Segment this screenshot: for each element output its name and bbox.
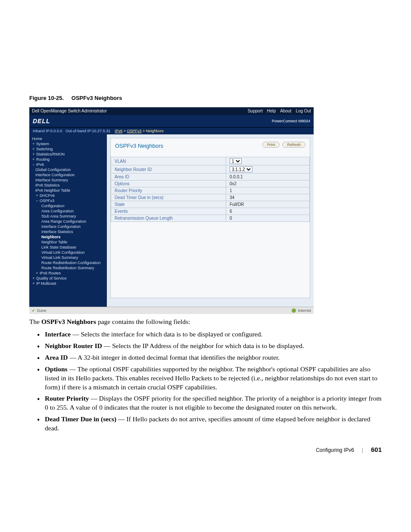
sidebar-item[interactable]: OSPFv3 (29, 198, 107, 203)
crumb-ospf[interactable]: OSPFv3 (127, 129, 141, 133)
sidebar-item[interactable]: DHCPv6 (29, 193, 107, 198)
sidebar-item[interactable]: Interface Summary (29, 177, 107, 183)
field-item: Neighbor Router ID — Selects the IP Addr… (45, 342, 382, 351)
breadcrumb: IPv6 > OSPFv3 > Neighbors (115, 129, 164, 133)
sidebar-item[interactable]: Neighbors (29, 234, 107, 240)
row-value: 0 (226, 215, 310, 222)
row-label: Dead Timer Due in (secs) (111, 194, 226, 201)
row-value: 0x2 (226, 180, 310, 187)
field-name: Interface (45, 330, 71, 338)
link-help[interactable]: Help (267, 107, 276, 115)
sidebar-item[interactable]: IP Multicast (29, 281, 107, 286)
row-value: 0.0.0.1 (226, 174, 310, 180)
row-value[interactable]: 1 (226, 157, 310, 165)
sidebar-item[interactable]: Interface Statistics (29, 229, 107, 234)
row-value: Full/DR (226, 201, 310, 208)
breadcrumb-bar: Inband IP:0.0.0.0 Out-of-band IP:10.27.5… (29, 128, 314, 134)
sidebar[interactable]: HomeSystemSwitchingStatistics/RMONRoutin… (29, 134, 107, 307)
row-value: 34 (226, 194, 310, 201)
sidebar-item[interactable]: Routing (29, 157, 107, 162)
sidebar-item[interactable]: Stub Area Summary (29, 214, 107, 219)
row-select[interactable]: 1 (230, 158, 242, 164)
row-label: State (111, 201, 226, 208)
row-label: Events (111, 208, 226, 215)
sidebar-item[interactable]: Global Configuration (29, 167, 107, 172)
field-item: Router Priority — Displays the OSPF prio… (45, 394, 382, 412)
link-about[interactable]: About (280, 107, 291, 115)
sidebar-item[interactable]: Configuration (29, 203, 107, 208)
crumb-ipv6[interactable]: IPv6 (115, 129, 122, 133)
sidebar-item[interactable]: IPv6 Neighbor Table (29, 188, 107, 193)
sidebar-item[interactable]: Route Redistribution Configuration (29, 260, 107, 265)
field-name: Router Priority (45, 395, 89, 402)
field-list: Interface — Selects the interface for wh… (45, 330, 382, 433)
sidebar-item[interactable]: System (29, 141, 107, 146)
sidebar-item[interactable]: Quality of Service (29, 276, 107, 281)
sidebar-item[interactable]: Interface Configuration (29, 224, 107, 229)
crumb-current: Neighbors (146, 129, 164, 133)
sidebar-item[interactable]: IPv6 Routes (29, 271, 107, 276)
row-label: Neighbor Router ID (111, 165, 226, 174)
window-title: Dell OpenManage Switch Administrator (32, 107, 107, 115)
row-value[interactable]: 3.1.1.2 (226, 165, 310, 174)
footer-section: Configuring IPv6 (316, 447, 354, 453)
status-right: Internet (298, 308, 311, 313)
sidebar-item[interactable]: Interface Configuration (29, 172, 107, 177)
row-value: 1 (226, 187, 310, 194)
sidebar-item[interactable]: Link State Database (29, 245, 107, 250)
sidebar-item[interactable]: Area Range Configuration (29, 219, 107, 224)
print-button[interactable]: Print (262, 142, 280, 148)
field-name: Area ID (45, 354, 68, 361)
status-left: Done (37, 308, 47, 313)
refresh-button[interactable]: Refresh (282, 142, 305, 148)
row-label: VLAN (111, 157, 226, 165)
model-label: PowerConnect M8024 (272, 115, 310, 127)
brand-bar: DELL PowerConnect M8024 (29, 115, 314, 128)
sidebar-item[interactable]: Switching (29, 146, 107, 152)
field-item: Dead Timer Due in (secs) — If Hello pack… (45, 415, 382, 433)
sidebar-item[interactable]: Virtual Link Summary (29, 255, 107, 260)
link-support[interactable]: Support (248, 107, 263, 115)
field-name: Neighbor Router ID (45, 342, 102, 349)
row-label: Area ID (111, 174, 226, 180)
page-number: 601 (371, 446, 382, 453)
browser-statusbar: ✔ Done Internet (29, 307, 314, 314)
internet-icon (292, 308, 296, 313)
figure-number: Figure 10-25. (29, 95, 64, 101)
row-select[interactable]: 3.1.1.2 (230, 166, 252, 172)
top-links: Support Help About Log Out (248, 107, 311, 115)
field-item: Area ID — A 32-bit integer in dotted dec… (45, 353, 382, 362)
content-panel: Print Refresh OSPFv3 Neighbors VLAN1Neig… (110, 138, 310, 298)
page-footer: Configuring IPv6 | 601 (29, 446, 382, 453)
content-area: Print Refresh OSPFv3 Neighbors VLAN1Neig… (107, 134, 314, 307)
sidebar-item[interactable]: IPv6 (29, 162, 107, 167)
body-text: The OSPFv3 Neighbors page contains the f… (29, 317, 382, 433)
field-name: Options (45, 365, 68, 373)
action-buttons: Print Refresh (262, 142, 305, 148)
field-item: Options — The optional OSPF capabilities… (45, 365, 382, 392)
screenshot: Dell OpenManage Switch Administrator Sup… (29, 107, 314, 311)
field-item: Interface — Selects the interface for wh… (45, 330, 382, 339)
window-titlebar: Dell OpenManage Switch Administrator Sup… (29, 107, 314, 115)
intro-bold: OSPFv3 Neighbors (41, 318, 96, 325)
row-label: Router Priority (111, 187, 226, 194)
status-done-icon: ✔ (32, 308, 35, 313)
sidebar-item[interactable]: Route Redistribution Summary (29, 265, 107, 271)
row-label: Retransmission Queue Length (111, 215, 226, 222)
dell-logo: DELL (33, 115, 50, 127)
inband-ip: Inband IP:0.0.0.0 (33, 129, 62, 133)
sidebar-item[interactable]: Home (29, 136, 107, 141)
field-name: Dead Timer Due in (secs) (45, 415, 116, 423)
figure-caption: Figure 10-25. OSPFv3 Neighbors (29, 95, 382, 101)
oob-ip: Out-of-band IP:10.27.5.31 (65, 129, 110, 133)
footer-sep: | (362, 447, 363, 453)
intro-text: The OSPFv3 Neighbors page contains the f… (29, 317, 382, 327)
link-logout[interactable]: Log Out (296, 107, 311, 115)
sidebar-item[interactable]: Neighbor Table (29, 240, 107, 245)
shot-body: HomeSystemSwitchingStatistics/RMONRoutin… (29, 134, 314, 307)
sidebar-item[interactable]: Statistics/RMON (29, 152, 107, 157)
sidebar-item[interactable]: Area Configuration (29, 208, 107, 214)
page: Figure 10-25. OSPFv3 Neighbors Dell Open… (0, 0, 411, 479)
sidebar-item[interactable]: Virtual Link Configuration (29, 250, 107, 255)
sidebar-item[interactable]: IPv6 Statistics (29, 183, 107, 188)
